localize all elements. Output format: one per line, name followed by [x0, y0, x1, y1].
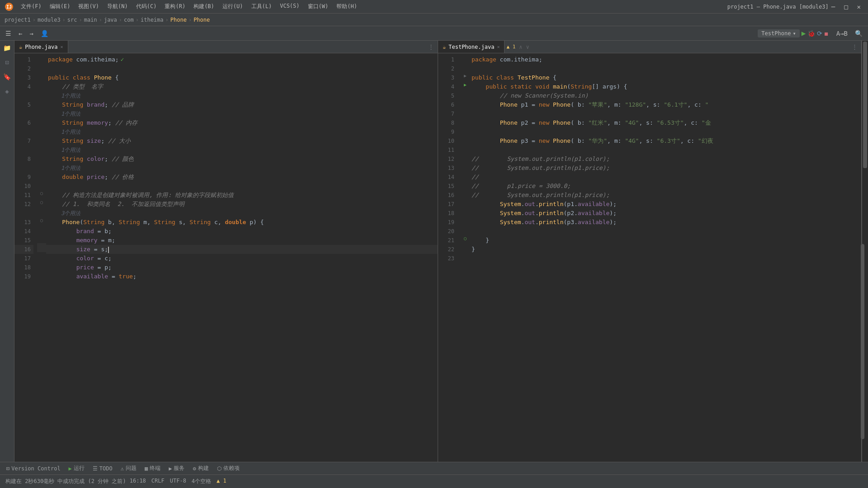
- status-line-ending[interactable]: CRLF: [151, 478, 165, 485]
- sidebar-toggle-btn[interactable]: ☰: [3, 29, 14, 38]
- version-control-icon: ⊡: [6, 465, 9, 472]
- left-line-2: [46, 64, 438, 73]
- project-icon[interactable]: 📁: [1, 42, 13, 53]
- run-stop-btn[interactable]: ◼: [824, 30, 828, 37]
- bottom-toolbar: ⊡ Version Control ▶ 运行 ☰ TODO ⚠ 问题 ▦ 终端 …: [0, 462, 868, 474]
- right-tab-bar: ☕ TestPhone.java ✕ ▲ 1 ∧ ∨ ⋮: [438, 41, 861, 53]
- breadcrumb-module[interactable]: module3: [38, 17, 61, 23]
- breadcrumb-project[interactable]: project1: [5, 17, 31, 23]
- right-tab-testphone-icon: ☕: [443, 44, 446, 50]
- dependencies-btn[interactable]: ⬡ 依赖项: [214, 464, 242, 473]
- r-line-14: //: [470, 173, 861, 182]
- dependencies-label: 依赖项: [223, 465, 240, 472]
- left-tab-more[interactable]: ⋮: [425, 43, 438, 50]
- breadcrumb-phone-class[interactable]: Phone: [170, 17, 187, 23]
- main-layout: 📁 ⊡ 🔖 ◈ ☕ Phone.java ✕ ⋮ 1 2 3 4: [0, 41, 868, 462]
- warnings-nav-up[interactable]: ∧: [517, 44, 524, 50]
- minimize-button[interactable]: ─: [829, 2, 838, 11]
- left-line-5: String brand; // 品牌: [46, 100, 438, 109]
- left-line-4-hint: 1个用法: [46, 91, 438, 100]
- right-tab-testphone-close[interactable]: ✕: [497, 44, 500, 49]
- left-line-13: Phone(String b, String m, String s, Stri…: [46, 218, 438, 227]
- bookmark-icon[interactable]: 🔖: [1, 71, 13, 82]
- version-control-btn[interactable]: ⊡ Version Control: [4, 465, 63, 473]
- menu-code[interactable]: 代码(C): [132, 2, 160, 11]
- menu-bar: 文件(F) 编辑(E) 视图(V) 导航(N) 代码(C) 重构(R) 构建(B…: [17, 2, 727, 11]
- right-tab-more[interactable]: ⋮: [848, 43, 861, 50]
- breadcrumb-main[interactable]: main: [84, 17, 97, 23]
- services-btn[interactable]: ▶ 服务: [166, 464, 187, 473]
- left-code-lines: package com.itheima;✓ public class Phone…: [46, 53, 438, 462]
- translate-btn[interactable]: A→B: [834, 29, 850, 38]
- status-bar: 构建在 2秒630毫秒 中成功完成 (2 分钟 之前) 16:18 CRLF U…: [0, 474, 868, 488]
- menu-help[interactable]: 帮助(H): [333, 2, 361, 11]
- build-label: 构建: [198, 465, 209, 472]
- r-line-10: Phone p3 = new Phone( b: "华为", m: "4G", …: [470, 136, 861, 145]
- r-line-18: System.out.println(p2.available);: [470, 209, 861, 218]
- window-controls: ─ □ ✕: [829, 2, 863, 11]
- close-button[interactable]: ✕: [854, 2, 863, 11]
- terminal-btn[interactable]: ▦ 终端: [142, 464, 163, 473]
- status-warnings[interactable]: ▲ 1: [217, 478, 226, 485]
- r-line-2: [470, 64, 861, 73]
- left-line-14: brand = b;: [46, 227, 438, 236]
- run-config-dropdown[interactable]: TestPhone ▾: [758, 29, 799, 38]
- warning-count: ▲ 1: [505, 44, 517, 50]
- r-line-22: }: [470, 245, 861, 254]
- warnings-nav-down[interactable]: ∨: [524, 44, 531, 50]
- build-btn[interactable]: ⚙ 构建: [190, 464, 211, 473]
- menu-build[interactable]: 构建(B): [190, 2, 218, 11]
- menu-navigate[interactable]: 导航(N): [104, 2, 132, 11]
- left-line-19: available = true;: [46, 272, 438, 281]
- left-line-8: String color; // 颜色: [46, 155, 438, 164]
- left-sidebar-icons: 📁 ⊡ 🔖 ◈: [0, 41, 14, 462]
- left-line-5-hint: 1个用法: [46, 109, 438, 118]
- commit-icon[interactable]: ⊡: [3, 57, 10, 68]
- left-tab-phone[interactable]: ☕ Phone.java ✕: [14, 41, 68, 53]
- run-debug-btn[interactable]: 🐞: [807, 30, 815, 37]
- left-line-11: // 构造方法是创建对象时被调用, 作用: 给对象的字段赋初始值: [46, 191, 438, 200]
- menu-view[interactable]: 视图(V): [75, 2, 103, 11]
- status-encoding[interactable]: UTF-8: [170, 478, 186, 485]
- menu-tools[interactable]: 工具(L): [248, 2, 276, 11]
- problems-btn[interactable]: ⚠ 问题: [118, 464, 139, 473]
- breadcrumb-src[interactable]: src: [67, 17, 77, 23]
- structure-icon[interactable]: ◈: [3, 86, 10, 97]
- window-title: project1 – Phone.java [module3]: [727, 4, 829, 10]
- menu-vcs[interactable]: VCS(S): [276, 2, 303, 11]
- run-btn[interactable]: ▶ 运行: [66, 464, 87, 473]
- todo-btn[interactable]: ☰ TODO: [90, 465, 115, 473]
- run-play-btn[interactable]: ▶: [802, 29, 806, 38]
- back-btn[interactable]: ←: [16, 29, 25, 38]
- user-btn[interactable]: 👤: [38, 29, 51, 38]
- right-tab-testphone-label: TestPhone.java: [448, 44, 494, 50]
- menu-file[interactable]: 文件(F): [17, 2, 45, 11]
- left-tab-phone-close[interactable]: ✕: [60, 44, 63, 49]
- menu-edit[interactable]: 编辑(E): [46, 2, 74, 11]
- maximize-button[interactable]: □: [841, 2, 850, 11]
- breadcrumb-itheima[interactable]: itheima: [141, 17, 164, 23]
- right-tab-testphone[interactable]: ☕ TestPhone.java ✕: [438, 41, 505, 53]
- build-icon: ⚙: [193, 465, 196, 472]
- r-line-19: System.out.println(p3.available);: [470, 218, 861, 227]
- menu-window[interactable]: 窗口(W): [304, 2, 332, 11]
- right-code-area[interactable]: 1 2 3 4 5 6 7 8 9 10 11 12 13 14 15 16 1: [438, 53, 861, 462]
- run-config-label: TestPhone: [761, 30, 791, 37]
- menu-run[interactable]: 运行(U): [219, 2, 247, 11]
- search-btn[interactable]: 🔍: [852, 29, 865, 38]
- status-position[interactable]: 16:18: [130, 478, 146, 485]
- breadcrumb-com[interactable]: com: [124, 17, 134, 23]
- breadcrumb-phone-member[interactable]: Phone: [193, 17, 210, 23]
- status-indent[interactable]: 4个空格: [192, 478, 211, 485]
- run-coverage-btn[interactable]: ⟳: [817, 30, 822, 37]
- right-editor-pane: ☕ TestPhone.java ✕ ▲ 1 ∧ ∨ ⋮ 1 2 3 4 5 6…: [438, 41, 862, 462]
- menu-refactor[interactable]: 重构(R): [161, 2, 189, 11]
- forward-btn[interactable]: →: [27, 29, 36, 38]
- left-code-area[interactable]: 1 2 3 4 5 6 7 8 9 10 11 12: [14, 53, 438, 462]
- breadcrumb-java[interactable]: java: [104, 17, 117, 23]
- left-line-numbers: 1 2 3 4 5 6 7 8 9 10 11 12: [14, 53, 37, 462]
- left-line-15: memory = m;: [46, 236, 438, 245]
- left-tab-phone-icon: ☕: [19, 44, 22, 50]
- right-code-lines: package com.itheima; public class TestPh…: [470, 53, 861, 462]
- r-line-13: // System.out.println(p1.price);: [470, 164, 861, 173]
